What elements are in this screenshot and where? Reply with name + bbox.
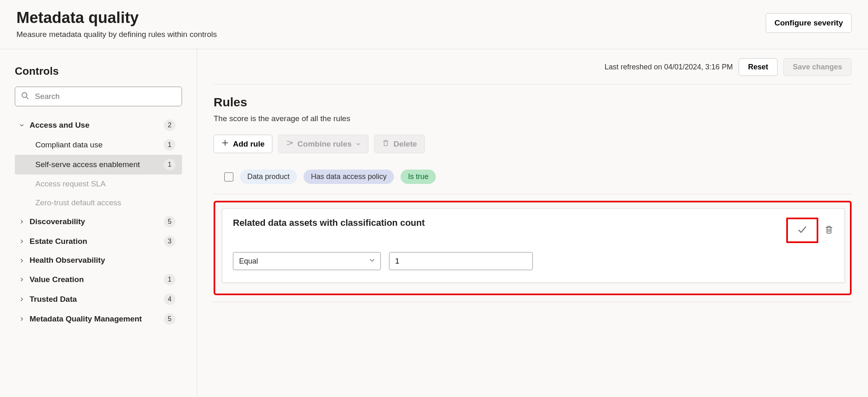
rule-pill-value[interactable]: Is true: [401, 170, 436, 184]
value-input[interactable]: [389, 252, 533, 270]
control-group-label: Health Observability: [30, 255, 105, 266]
configure-severity-button[interactable]: Configure severity: [766, 13, 852, 33]
controls-title: Controls: [15, 65, 182, 78]
divider: [214, 194, 852, 194]
chevron-right-icon: [18, 277, 25, 282]
rule-pill-entity[interactable]: Data product: [240, 170, 297, 184]
reset-button[interactable]: Reset: [739, 58, 778, 76]
count-badge: 2: [164, 119, 175, 131]
rule-row: Data product Has data access policy Is t…: [214, 165, 852, 194]
last-refreshed-label: Last refreshed on 04/01/2024, 3:16 PM: [605, 63, 733, 71]
trash-icon: [824, 225, 834, 236]
delete-label: Delete: [394, 140, 417, 149]
count-badge: 1: [164, 159, 175, 170]
control-group-label: Value Creation: [30, 275, 84, 285]
control-item-label: Self-serve access enablement: [35, 159, 140, 170]
rules-title: Rules: [214, 95, 852, 109]
delete-rule-button[interactable]: [824, 225, 834, 236]
count-badge: 5: [164, 313, 175, 325]
operator-select[interactable]: Equal: [233, 252, 381, 270]
count-badge: 1: [164, 139, 175, 151]
chevron-right-icon: [18, 258, 25, 264]
count-badge: 5: [164, 216, 175, 227]
count-badge: 1: [164, 274, 175, 285]
control-group-value-creation[interactable]: Value Creation 1: [15, 270, 182, 289]
confirm-rule-button[interactable]: [786, 218, 818, 243]
svg-point-0: [22, 93, 27, 98]
rule-edit-card: Related data assets with classification …: [222, 208, 845, 283]
control-group-estate-curation[interactable]: Estate Curation 3: [15, 232, 182, 251]
rule-checkbox[interactable]: [224, 172, 233, 181]
chevron-right-icon: [18, 296, 25, 302]
rule-edit-title: Related data assets with classification …: [233, 218, 425, 228]
control-item-access-request-sla[interactable]: Access request SLA: [15, 174, 182, 193]
svg-line-1: [27, 97, 29, 99]
combine-rules-button[interactable]: Combine rules: [278, 135, 368, 153]
search-input[interactable]: [15, 87, 182, 106]
highlight-frame: Related data assets with classification …: [214, 201, 852, 295]
chevron-down-icon: [369, 257, 375, 266]
add-rule-label: Add rule: [233, 140, 265, 149]
plus-icon: [221, 139, 229, 149]
page-title: Metadata quality: [16, 9, 217, 27]
control-item-compliant-data-use[interactable]: Compliant data use 1: [15, 135, 182, 155]
trash-icon: [382, 139, 389, 149]
control-item-self-serve-access[interactable]: Self-serve access enablement 1: [15, 155, 182, 174]
control-group-health-observability[interactable]: Health Observability: [15, 251, 182, 270]
control-group-metadata-quality-management[interactable]: Metadata Quality Management 5: [15, 309, 182, 329]
control-group-label: Discoverability: [30, 217, 85, 227]
control-group-label: Metadata Quality Management: [30, 314, 142, 324]
control-item-label: Access request SLA: [35, 179, 106, 189]
chevron-down-icon: [356, 140, 361, 149]
count-badge: 3: [164, 236, 175, 247]
control-group-trusted-data[interactable]: Trusted Data 4: [15, 289, 182, 309]
main-content: Last refreshed on 04/01/2024, 3:16 PM Re…: [197, 49, 868, 397]
chevron-right-icon: [18, 219, 25, 225]
search-icon: [21, 92, 29, 101]
check-icon: [797, 224, 808, 237]
rules-subtitle: The score is the average of all the rule…: [214, 114, 852, 123]
count-badge: 4: [164, 294, 175, 305]
control-item-zero-trust[interactable]: Zero-trust default access: [15, 193, 182, 212]
operator-value: Equal: [239, 257, 258, 266]
delete-button[interactable]: Delete: [374, 135, 425, 153]
chevron-right-icon: [18, 316, 25, 322]
control-group-discoverability[interactable]: Discoverability 5: [15, 212, 182, 232]
add-rule-button[interactable]: Add rule: [214, 135, 272, 153]
control-group-label: Access and Use: [30, 120, 90, 131]
page-header: Metadata quality Measure metadata qualit…: [0, 0, 868, 49]
page-subtitle: Measure metadata quality by defining rul…: [16, 30, 217, 39]
control-item-label: Compliant data use: [35, 140, 103, 150]
divider: [214, 302, 852, 302]
rule-pill-condition[interactable]: Has data access policy: [304, 170, 394, 184]
combine-rules-label: Combine rules: [297, 140, 352, 149]
save-changes-button[interactable]: Save changes: [783, 58, 852, 76]
sidebar: Controls Access and Use: [0, 49, 197, 397]
control-group-label: Trusted Data: [30, 294, 77, 305]
chevron-right-icon: [18, 239, 25, 244]
control-group-label: Estate Curation: [30, 236, 87, 247]
chevron-down-icon: [18, 122, 25, 128]
control-item-label: Zero-trust default access: [35, 197, 121, 208]
control-group-access-and-use[interactable]: Access and Use 2: [15, 115, 182, 135]
combine-icon: [286, 139, 293, 149]
